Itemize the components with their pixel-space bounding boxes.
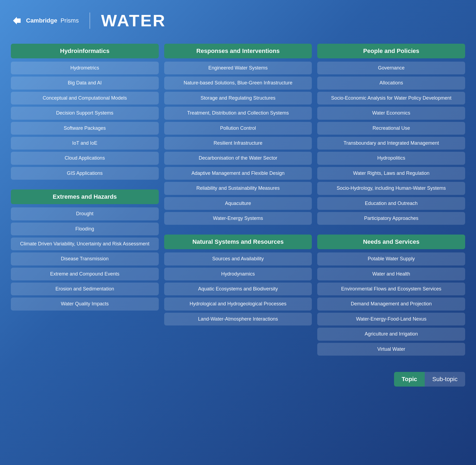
- subtopic-item[interactable]: Agriculture and Irrigation: [317, 328, 465, 340]
- subtopic-item[interactable]: Participatory Approaches: [317, 212, 465, 225]
- topic-header-responses-and-interventions[interactable]: Responses and Interventions: [164, 44, 312, 58]
- subtopic-item[interactable]: Hydrodynamics: [164, 268, 312, 280]
- subtopic-item[interactable]: Demand Management and Projection: [317, 298, 465, 310]
- subtopic-item[interactable]: Water Economics: [317, 107, 465, 119]
- column-2: Responses and InterventionsEngineered Wa…: [164, 44, 312, 325]
- subtopic-item[interactable]: Socio-Economic Analysis for Water Policy…: [317, 92, 465, 105]
- topic-header-hydroinformatics[interactable]: Hydroinformatics: [11, 44, 159, 58]
- subtopic-item[interactable]: GIS Applications: [11, 167, 159, 180]
- subtopic-item[interactable]: Transboundary and Integrated Management: [317, 137, 465, 150]
- svg-marker-0: [13, 17, 21, 24]
- subtopic-item[interactable]: Nature-based Solutions, Blue-Green Infra…: [164, 77, 312, 89]
- column-1: HydroinformaticsHydrometricsBig Data and…: [11, 44, 159, 311]
- subtopic-item[interactable]: Pollution Control: [164, 122, 312, 135]
- legend-topic: Topic: [394, 372, 425, 387]
- page-header: Cambridge Prisms WATER: [11, 11, 465, 30]
- main-columns: HydroinformaticsHydrometricsBig Data and…: [11, 44, 465, 356]
- topic-header-natural-systems-and-resources[interactable]: Natural Systems and Resources: [164, 235, 312, 249]
- subtopic-item[interactable]: Flooding: [11, 223, 159, 235]
- subtopic-item[interactable]: Software Packages: [11, 122, 159, 135]
- subtopic-item[interactable]: Erosion and Sedimentation: [11, 283, 159, 295]
- subtopic-item[interactable]: Treatment, Distribution and Collection S…: [164, 107, 312, 119]
- subtopic-item[interactable]: Virtual Water: [317, 343, 465, 356]
- subtopic-item[interactable]: Reliability and Sustainability Measures: [164, 182, 312, 195]
- subtopic-item[interactable]: Land-Water-Atmosphere Interactions: [164, 313, 312, 325]
- subtopic-item[interactable]: Big Data and AI: [11, 77, 159, 89]
- subtopic-item[interactable]: Hydropolitics: [317, 152, 465, 165]
- logo-area: Cambridge Prisms: [11, 15, 79, 27]
- logo-prisms-text: Prisms: [61, 17, 79, 24]
- subtopic-item[interactable]: Water-Energy Systems: [164, 212, 312, 225]
- cambridge-logo-icon: [11, 15, 23, 27]
- subtopic-item[interactable]: Decision Support Systems: [11, 107, 159, 119]
- subtopic-item[interactable]: Aquaculture: [164, 197, 312, 210]
- subtopic-item[interactable]: Extreme and Compound Events: [11, 268, 159, 280]
- subtopic-item[interactable]: Resilient Infrastructure: [164, 137, 312, 150]
- subtopic-item[interactable]: Adaptive Management and Flexible Design: [164, 167, 312, 180]
- section-spacer: [164, 227, 312, 232]
- subtopic-item[interactable]: IoT and IoE: [11, 137, 159, 150]
- subtopic-item[interactable]: Water and Health: [317, 268, 465, 280]
- legend-subtopic: Sub-topic: [425, 372, 465, 387]
- subtopic-item[interactable]: Climate Driven Variability, Uncertainty …: [11, 238, 159, 250]
- column-3: People and PoliciesGovernanceAllocations…: [317, 44, 465, 356]
- section-spacer: [11, 182, 159, 187]
- subtopic-item[interactable]: Potable Water Supply: [317, 252, 465, 265]
- subtopic-item[interactable]: Environmental Flows and Ecosystem Servic…: [317, 283, 465, 295]
- subtopic-item[interactable]: Drought: [11, 207, 159, 220]
- subtopic-item[interactable]: Water Rights, Laws and Regulation: [317, 167, 465, 180]
- subtopic-item[interactable]: Socio-Hydrology, including Human-Water S…: [317, 182, 465, 195]
- topic-header-needs-and-services[interactable]: Needs and Services: [317, 235, 465, 249]
- subtopic-item[interactable]: Allocations: [317, 77, 465, 89]
- subtopic-item[interactable]: Decarbonisation of the Water Sector: [164, 152, 312, 165]
- logo-cambridge-text: Cambridge: [26, 17, 57, 24]
- subtopic-item[interactable]: Hydrological and Hydrogeological Process…: [164, 298, 312, 310]
- legend: Topic Sub-topic: [11, 372, 465, 387]
- subtopic-item[interactable]: Storage and Regulating Structures: [164, 92, 312, 105]
- subtopic-item[interactable]: Water Quality Impacts: [11, 298, 159, 310]
- subtopic-item[interactable]: Education and Outreach: [317, 197, 465, 210]
- section-spacer: [317, 227, 465, 232]
- subtopic-item[interactable]: Engineered Water Systems: [164, 62, 312, 74]
- topic-header-extremes-and-hazards[interactable]: Extremes and Hazards: [11, 189, 159, 204]
- subtopic-item[interactable]: Disease Transmission: [11, 252, 159, 265]
- subtopic-item[interactable]: Conceptual and Computational Models: [11, 92, 159, 105]
- subtopic-item[interactable]: Hydrometrics: [11, 62, 159, 74]
- subtopic-item[interactable]: Recreational Use: [317, 122, 465, 135]
- subtopic-item[interactable]: Aquatic Ecosystems and Biodiversity: [164, 283, 312, 295]
- header-divider: [90, 12, 90, 29]
- water-title: WATER: [101, 11, 166, 30]
- subtopic-item[interactable]: Governance: [317, 62, 465, 74]
- subtopic-item[interactable]: Water-Energy-Food-Land Nexus: [317, 313, 465, 325]
- subtopic-item[interactable]: Sources and Availability: [164, 252, 312, 265]
- subtopic-item[interactable]: Cloud Applications: [11, 152, 159, 165]
- topic-header-people-and-policies[interactable]: People and Policies: [317, 44, 465, 58]
